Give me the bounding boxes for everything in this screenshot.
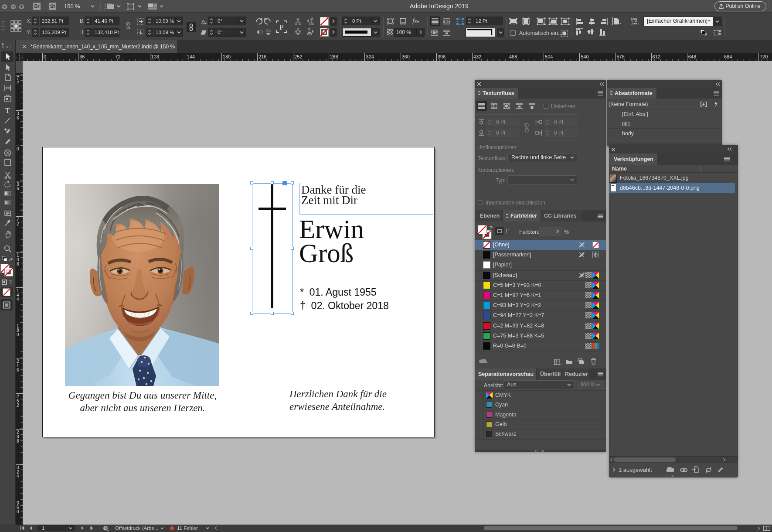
svg-text:T: T [5, 106, 10, 114]
svg-text:P: P [279, 23, 283, 31]
